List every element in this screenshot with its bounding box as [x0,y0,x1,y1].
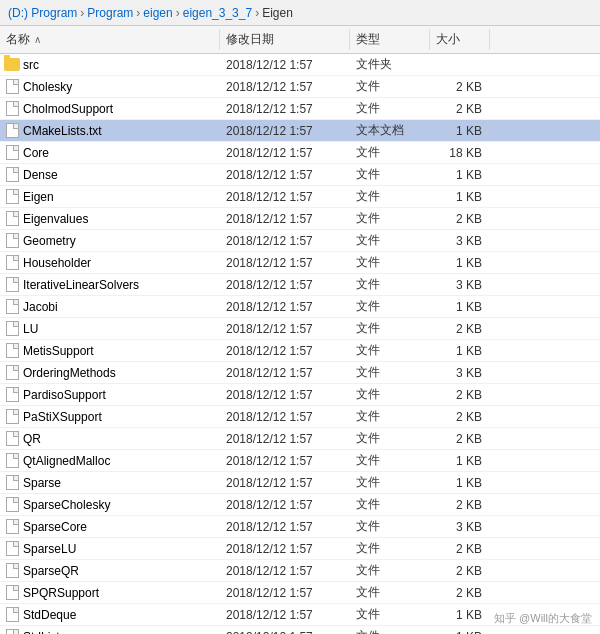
breadcrumb-bar: (D:) Program›Program›eigen›eigen_3_3_7›E… [0,0,600,26]
file-name-cell: Cholesky [0,79,220,95]
file-modified: 2018/12/12 1:57 [220,563,350,579]
file-icon [4,432,20,446]
table-row[interactable]: Eigenvalues 2018/12/12 1:57 文件 2 KB [0,208,600,230]
table-row[interactable]: QtAlignedMalloc 2018/12/12 1:57 文件 1 KB [0,450,600,472]
table-row[interactable]: CMakeLists.txt 2018/12/12 1:57 文本文档 1 KB [0,120,600,142]
file-name: Householder [23,256,91,270]
table-row[interactable]: IterativeLinearSolvers 2018/12/12 1:57 文… [0,274,600,296]
table-row[interactable]: PardisoSupport 2018/12/12 1:57 文件 2 KB [0,384,600,406]
table-row[interactable]: LU 2018/12/12 1:57 文件 2 KB [0,318,600,340]
col-type[interactable]: 类型 [350,29,430,50]
file-size: 2 KB [430,211,490,227]
file-name: PaStiXSupport [23,410,102,424]
table-row[interactable]: Householder 2018/12/12 1:57 文件 1 KB [0,252,600,274]
table-row[interactable]: Eigen 2018/12/12 1:57 文件 1 KB [0,186,600,208]
table-row[interactable]: src 2018/12/12 1:57 文件夹 [0,54,600,76]
file-type: 文件 [350,363,430,382]
file-name: StdDeque [23,608,76,622]
file-icon [4,410,20,424]
file-name-cell: SparseCore [0,519,220,535]
file-modified: 2018/12/12 1:57 [220,255,350,271]
file-icon [4,520,20,534]
file-name-cell: Eigenvalues [0,211,220,227]
table-row[interactable]: PaStiXSupport 2018/12/12 1:57 文件 2 KB [0,406,600,428]
table-row[interactable]: Core 2018/12/12 1:57 文件 18 KB [0,142,600,164]
file-size: 1 KB [430,453,490,469]
file-size: 1 KB [430,255,490,271]
file-name-cell: SparseCholesky [0,497,220,513]
file-icon [4,168,20,182]
file-size: 1 KB [430,123,490,139]
table-row[interactable]: QR 2018/12/12 1:57 文件 2 KB [0,428,600,450]
file-modified: 2018/12/12 1:57 [220,629,350,635]
file-size: 3 KB [430,365,490,381]
file-icon [4,278,20,292]
watermark: 知乎 @Will的大食堂 [494,611,592,626]
table-row[interactable]: OrderingMethods 2018/12/12 1:57 文件 3 KB [0,362,600,384]
table-row[interactable]: Geometry 2018/12/12 1:57 文件 3 KB [0,230,600,252]
file-name-cell: src [0,57,220,73]
file-modified: 2018/12/12 1:57 [220,607,350,623]
file-type: 文件 [350,385,430,404]
col-name-label: 名称 [6,31,30,48]
table-row[interactable]: Sparse 2018/12/12 1:57 文件 1 KB [0,472,600,494]
file-size: 2 KB [430,585,490,601]
file-name-cell: CholmodSupport [0,101,220,117]
col-name[interactable]: 名称 ∧ [0,29,220,50]
file-type: 文件夹 [350,55,430,74]
col-modified[interactable]: 修改日期 [220,29,350,50]
file-type: 文件 [350,561,430,580]
file-modified: 2018/12/12 1:57 [220,299,350,315]
file-size: 2 KB [430,497,490,513]
file-size: 2 KB [430,409,490,425]
file-name-cell: Householder [0,255,220,271]
table-row[interactable]: Dense 2018/12/12 1:57 文件 1 KB [0,164,600,186]
file-name-cell: QtAlignedMalloc [0,453,220,469]
file-name: src [23,58,39,72]
file-size: 2 KB [430,541,490,557]
file-icon [4,476,20,490]
file-icon [4,322,20,336]
file-type: 文件 [350,231,430,250]
file-icon [4,630,20,635]
file-size: 1 KB [430,343,490,359]
file-modified: 2018/12/12 1:57 [220,409,350,425]
folder-icon [4,58,20,72]
file-type: 文件 [350,143,430,162]
table-row[interactable]: SparseCholesky 2018/12/12 1:57 文件 2 KB [0,494,600,516]
file-name-cell: IterativeLinearSolvers [0,277,220,293]
file-type: 文件 [350,473,430,492]
file-modified: 2018/12/12 1:57 [220,519,350,535]
table-row[interactable]: Jacobi 2018/12/12 1:57 文件 1 KB [0,296,600,318]
column-header: 名称 ∧ 修改日期 类型 大小 [0,26,600,54]
breadcrumb[interactable]: (D:) Program›Program›eigen›eigen_3_3_7›E… [8,6,293,20]
file-name-cell: OrderingMethods [0,365,220,381]
file-name-cell: SparseLU [0,541,220,557]
file-type: 文件 [350,253,430,272]
table-row[interactable]: SPQRSupport 2018/12/12 1:57 文件 2 KB [0,582,600,604]
file-type: 文件 [350,407,430,426]
file-icon [4,300,20,314]
file-size: 1 KB [430,299,490,315]
file-icon [4,256,20,270]
file-icon [4,564,20,578]
file-icon [4,80,20,94]
table-row[interactable]: Cholesky 2018/12/12 1:57 文件 2 KB [0,76,600,98]
table-row[interactable]: MetisSupport 2018/12/12 1:57 文件 1 KB [0,340,600,362]
table-row[interactable]: SparseLU 2018/12/12 1:57 文件 2 KB [0,538,600,560]
table-row[interactable]: StdList 2018/12/12 1:57 文件 1 KB [0,626,600,634]
file-modified: 2018/12/12 1:57 [220,189,350,205]
col-size[interactable]: 大小 [430,29,490,50]
file-icon [4,542,20,556]
file-name-cell: SparseQR [0,563,220,579]
file-name-cell: StdList [0,629,220,635]
file-type: 文件 [350,165,430,184]
table-row[interactable]: SparseCore 2018/12/12 1:57 文件 3 KB [0,516,600,538]
file-type: 文件 [350,627,430,634]
table-row[interactable]: SparseQR 2018/12/12 1:57 文件 2 KB [0,560,600,582]
file-type: 文件 [350,341,430,360]
file-type: 文件 [350,429,430,448]
table-row[interactable]: CholmodSupport 2018/12/12 1:57 文件 2 KB [0,98,600,120]
file-icon [4,608,20,622]
file-name-cell: Sparse [0,475,220,491]
